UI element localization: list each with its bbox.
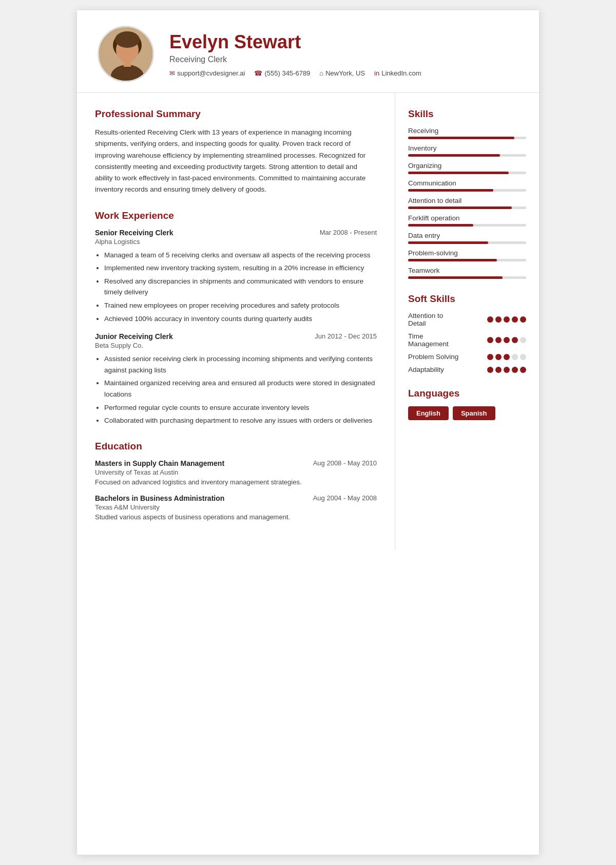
linkedin-text: LinkedIn.com: [381, 69, 421, 77]
degree-1-name: Masters in Supply Chain Management: [95, 459, 224, 467]
education-title: Education: [95, 441, 377, 452]
soft-skill-item: Attention toDetail: [408, 312, 526, 327]
summary-text: Results-oriented Receiving Clerk with 13…: [95, 127, 377, 196]
contact-email: ✉ support@cvdesigner.ai: [169, 69, 245, 77]
skill-bar: [408, 189, 526, 192]
dot: [512, 367, 518, 373]
work-experience-title: Work Experience: [95, 210, 377, 221]
dots: [487, 316, 526, 323]
skill-name: Data entry: [408, 232, 526, 239]
degree-1-school: University of Texas at Austin: [95, 468, 377, 476]
linkedin-icon: in: [374, 69, 379, 77]
dot: [520, 316, 526, 323]
job-2-header: Junior Receiving Clerk Jun 2012 - Dec 20…: [95, 332, 377, 341]
dot: [504, 316, 510, 323]
contact-linkedin: in LinkedIn.com: [374, 69, 421, 77]
header: Evelyn Stewart Receiving Clerk ✉ support…: [77, 10, 539, 93]
degree-2-school: Texas A&M University: [95, 503, 377, 511]
degree-2: Bachelors in Business Administration Aug…: [95, 494, 377, 521]
skill-bar: [408, 241, 526, 244]
skills-title: Skills: [408, 108, 526, 120]
skill-fill: [408, 137, 514, 139]
job-2-title: Junior Receiving Clerk: [95, 332, 173, 341]
dot: [495, 337, 502, 343]
list-item: Managed a team of 5 receiving clerks and…: [104, 250, 377, 261]
job-2-company: Beta Supply Co.: [95, 342, 377, 349]
degree-2-header: Bachelors in Business Administration Aug…: [95, 494, 377, 502]
degree-1-date: Aug 2008 - May 2010: [313, 459, 377, 467]
skill-bar: [408, 276, 526, 279]
dots: [487, 337, 526, 343]
job-2: Junior Receiving Clerk Jun 2012 - Dec 20…: [95, 332, 377, 426]
list-item: Assisted senior receiving clerk in proce…: [104, 353, 377, 375]
skill-fill: [408, 154, 500, 157]
list-item: Trained new employees on proper receivin…: [104, 300, 377, 311]
skill-bar: [408, 206, 526, 209]
job-1-date: Mar 2008 - Present: [320, 229, 377, 236]
skill-name: Communication: [408, 179, 526, 187]
dots: [487, 367, 526, 373]
candidate-name: Evelyn Stewart: [169, 31, 518, 53]
skill-item: Organizing: [408, 162, 526, 174]
dot: [512, 337, 518, 343]
dot: [487, 316, 493, 323]
dot: [495, 316, 502, 323]
skill-bar: [408, 137, 526, 139]
skill-item: Inventory: [408, 144, 526, 157]
soft-skill-item: Problem Solving: [408, 353, 526, 361]
dot: [520, 337, 526, 343]
contact-location: ⌂ NewYork, US: [319, 69, 365, 77]
languages-title: Languages: [408, 388, 526, 399]
job-1: Senior Receiving Clerk Mar 2008 - Presen…: [95, 229, 377, 325]
work-experience-section: Work Experience Senior Receiving Clerk M…: [95, 210, 377, 426]
dot: [512, 354, 518, 360]
location-text: NewYork, US: [325, 69, 365, 77]
list-item: Implemented new inventory tracking syste…: [104, 262, 377, 274]
summary-section: Professional Summary Results-oriented Re…: [95, 108, 377, 196]
dot: [487, 337, 493, 343]
language-tag: Spanish: [453, 406, 495, 420]
dot: [520, 354, 526, 360]
skill-fill: [408, 224, 473, 227]
skill-item: Attention to detail: [408, 197, 526, 209]
skill-item: Receiving: [408, 127, 526, 139]
degree-2-date: Aug 2004 - May 2008: [313, 494, 377, 502]
skill-fill: [408, 206, 512, 209]
soft-skills-section: Soft Skills Attention toDetail TimeManag…: [408, 293, 526, 373]
location-icon: ⌂: [319, 69, 323, 77]
skill-name: Teamwork: [408, 267, 526, 274]
list-item: Performed regular cycle counts to ensure…: [104, 402, 377, 413]
avatar: [98, 26, 154, 82]
skill-fill: [408, 189, 493, 192]
soft-skill-name: Adaptability: [408, 366, 487, 373]
right-column: Skills Receiving Inventory Organizing Co…: [395, 93, 539, 551]
skill-item: Teamwork: [408, 267, 526, 279]
soft-skill-name: Attention toDetail: [408, 312, 487, 327]
skill-name: Problem-solving: [408, 249, 526, 257]
skill-bar: [408, 154, 526, 157]
dot: [520, 367, 526, 373]
email-text: support@cvdesigner.ai: [177, 69, 245, 77]
list-item: Collaborated with purchasing department …: [104, 415, 377, 426]
skill-name: Inventory: [408, 144, 526, 152]
languages-section: Languages EnglishSpanish: [408, 388, 526, 420]
language-tag: English: [408, 406, 449, 420]
job-1-bullets: Managed a team of 5 receiving clerks and…: [95, 250, 377, 325]
email-icon: ✉: [169, 69, 175, 77]
contact-phone: ☎ (555) 345-6789: [254, 69, 310, 77]
skill-bar: [408, 224, 526, 227]
svg-rect-5: [124, 60, 131, 67]
skill-fill: [408, 172, 509, 174]
dot: [487, 354, 493, 360]
job-1-header: Senior Receiving Clerk Mar 2008 - Presen…: [95, 229, 377, 237]
soft-skill-item: TimeManagement: [408, 332, 526, 348]
skill-fill: [408, 259, 497, 261]
skill-bar: [408, 172, 526, 174]
summary-title: Professional Summary: [95, 108, 377, 120]
degree-1-header: Masters in Supply Chain Management Aug 2…: [95, 459, 377, 467]
svg-point-3: [115, 31, 140, 48]
phone-text: (555) 345-6789: [264, 69, 310, 77]
skill-item: Forklift operation: [408, 214, 526, 227]
skill-fill: [408, 241, 488, 244]
list-item: Resolved any discrepancies in shipments …: [104, 276, 377, 298]
